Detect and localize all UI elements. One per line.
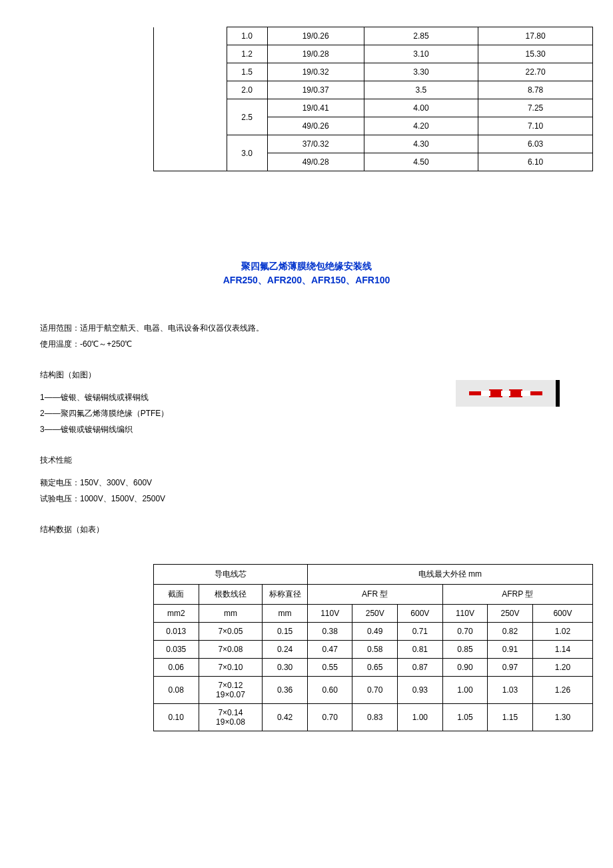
svg-rect-5 — [521, 391, 530, 396]
table-cell: 37/0.32 — [267, 135, 364, 153]
cell-p600: 1.30 — [532, 704, 592, 731]
cell-p250: 0.97 — [488, 659, 533, 677]
cell-strand: 7×0.10 — [199, 659, 263, 677]
cell-p250: 0.82 — [488, 623, 533, 641]
table-cell: 2.5 — [227, 99, 267, 135]
cell-p110: 0.70 — [442, 623, 488, 641]
cell-a250: 0.49 — [352, 623, 398, 641]
wire-diagram-icon — [469, 387, 542, 400]
cell-nom: 0.24 — [263, 641, 308, 659]
table-cell: 4.30 — [364, 135, 478, 153]
afr-600v: 600V — [398, 605, 443, 623]
table-row: 0.013 7×0.05 0.15 0.38 0.49 0.71 0.70 0.… — [154, 623, 593, 641]
tech-block: 技术性能 额定电压：150V、300V、600V 试验电压：1000V、1500… — [40, 452, 593, 507]
afrp-600v: 600V — [532, 605, 592, 623]
cell-a600: 1.00 — [398, 704, 443, 731]
table-cell: 3.10 — [364, 45, 478, 63]
table-cell: 4.20 — [364, 117, 478, 135]
table-cell: 1.5 — [227, 63, 267, 81]
cell-sec: 0.08 — [154, 677, 199, 704]
cell-a600: 0.71 — [398, 623, 443, 641]
table-row: 0.08 7×0.12 19×0.07 0.36 0.60 0.70 0.93 … — [154, 677, 593, 704]
table-cell: 15.30 — [478, 45, 593, 63]
unit-mm-strand: mm — [199, 605, 263, 623]
table-cell: 3.0 — [227, 135, 267, 171]
cell-nom: 0.30 — [263, 659, 308, 677]
data-table-heading: 结构数据（如表） — [40, 521, 593, 537]
svg-rect-3 — [501, 391, 510, 396]
test-voltage-text: 试验电压：1000V、1500V、2500V — [40, 491, 593, 507]
table-cell: 19/0.41 — [267, 99, 364, 117]
cell-p110: 1.05 — [442, 704, 488, 731]
afrp-250v: 250V — [488, 605, 533, 623]
cell-a110: 0.55 — [307, 659, 352, 677]
unit-mm2: mm2 — [154, 605, 199, 623]
afrp-110v: 110V — [442, 605, 488, 623]
cell-p600: 1.02 — [532, 623, 592, 641]
table-cell: 49/0.26 — [267, 117, 364, 135]
cell-a110: 0.60 — [307, 677, 352, 704]
tech-heading: 技术性能 — [40, 452, 593, 468]
top-table-empty-leader — [154, 27, 227, 171]
cell-a600: 0.81 — [398, 641, 443, 659]
table-cell: 8.78 — [478, 81, 593, 99]
table-cell: 49/0.28 — [267, 153, 364, 171]
table-cell: 19/0.26 — [267, 27, 364, 45]
svg-rect-2 — [509, 389, 522, 397]
table-cell: 19/0.37 — [267, 81, 364, 99]
cell-nom: 0.15 — [263, 623, 308, 641]
table-cell: 3.5 — [364, 81, 478, 99]
unit-mm-nom: mm — [263, 605, 308, 623]
cell-strand: 7×0.12 19×0.07 — [199, 677, 263, 704]
cell-a250: 0.83 — [352, 704, 398, 731]
table-cell: 7.25 — [478, 99, 593, 117]
structure-block: 结构图（如图） 1——镀银、镀锡铜线或裸铜线 2——聚四氟乙烯薄膜绝缘（PTFE… — [40, 367, 593, 437]
cell-nom: 0.42 — [263, 704, 308, 731]
hdr-strand: 根数线径 — [199, 585, 263, 605]
table-cell: 2.0 — [227, 81, 267, 99]
hdr-outer: 电线最大外径 mm — [307, 565, 592, 585]
cell-sec: 0.06 — [154, 659, 199, 677]
wire-cross-section-diagram — [456, 380, 560, 407]
cell-a250: 0.58 — [352, 641, 398, 659]
cell-strand: 7×0.08 — [199, 641, 263, 659]
table-cell: 1.0 — [227, 27, 267, 45]
cell-p600: 1.26 — [532, 677, 592, 704]
svg-rect-4 — [481, 391, 490, 396]
intro-block: 适用范围：适用于航空航天、电器、电讯设备和仪器仪表线路。 使用温度：-60℃～+… — [40, 320, 593, 352]
table-row: 0.06 7×0.10 0.30 0.55 0.65 0.87 0.90 0.9… — [154, 659, 593, 677]
table-cell: 19/0.28 — [267, 45, 364, 63]
table-cell: 7.10 — [478, 117, 593, 135]
cell-p250: 0.91 — [488, 641, 533, 659]
cell-p110: 0.85 — [442, 641, 488, 659]
table-row: 0.035 7×0.08 0.24 0.47 0.58 0.81 0.85 0.… — [154, 641, 593, 659]
cell-strand: 7×0.14 19×0.08 — [199, 704, 263, 731]
cell-p600: 1.20 — [532, 659, 592, 677]
top-spec-table: 1.0 19/0.26 2.85 17.80 1.2 19/0.28 3.10 … — [153, 27, 593, 171]
cell-a250: 0.70 — [352, 677, 398, 704]
structure-data-table: 导电线芯 电线最大外径 mm 截面 根数线径 标称直径 AFR 型 AFRP 型… — [153, 564, 593, 731]
hdr-section: 截面 — [154, 585, 199, 605]
cell-sec: 0.013 — [154, 623, 199, 641]
table-cell: 1.2 — [227, 45, 267, 63]
cell-a600: 0.93 — [398, 677, 443, 704]
rated-voltage-text: 额定电压：150V、300V、600V — [40, 475, 593, 491]
temperature-text: 使用温度：-60℃～+250℃ — [40, 336, 593, 352]
scope-text: 适用范围：适用于航空航天、电器、电讯设备和仪器仪表线路。 — [40, 320, 593, 336]
table-cell: 2.85 — [364, 27, 478, 45]
table-cell: 4.00 — [364, 99, 478, 117]
hdr-core: 导电线芯 — [154, 565, 308, 585]
table-cell: 6.10 — [478, 153, 593, 171]
cell-p250: 1.03 — [488, 677, 533, 704]
cell-p600: 1.14 — [532, 641, 592, 659]
product-title-block: 聚四氟乙烯薄膜绕包绝缘安装线 AFR250、AFR200、AFR150、AFR1… — [20, 258, 593, 287]
table-cell: 22.70 — [478, 63, 593, 81]
structure-item-2: 2——聚四氟乙烯薄膜绝缘（PTFE） — [40, 405, 593, 421]
table-cell: 6.03 — [478, 135, 593, 153]
table-cell: 3.30 — [364, 63, 478, 81]
cell-p110: 1.00 — [442, 677, 488, 704]
hdr-nominal: 标称直径 — [263, 585, 308, 605]
cell-a110: 0.47 — [307, 641, 352, 659]
cell-a110: 0.38 — [307, 623, 352, 641]
cell-p110: 0.90 — [442, 659, 488, 677]
